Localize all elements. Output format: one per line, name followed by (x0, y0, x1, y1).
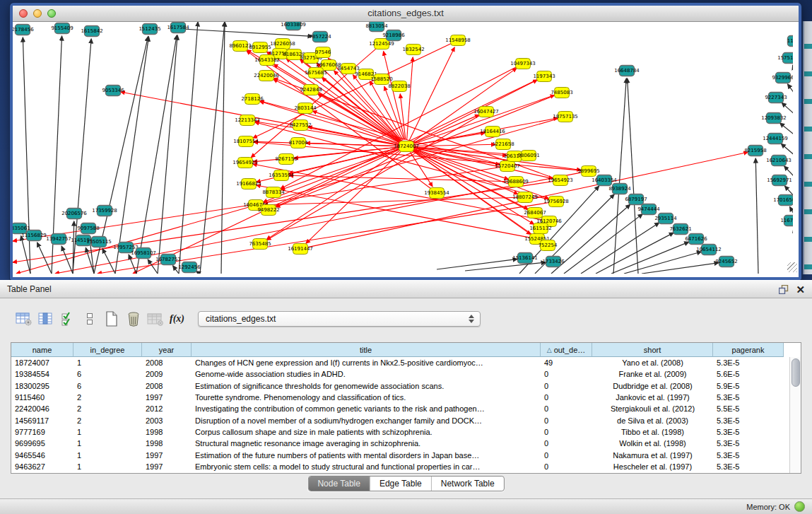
graph-node[interactable]: 18757135 (553, 112, 578, 122)
graph-node[interactable]: 12213343 (235, 115, 260, 126)
graph-node[interactable]: 15136141 (512, 253, 538, 264)
graph-node[interactable]: 10654112 (696, 245, 722, 255)
graph-node[interactable]: 2803144 (294, 103, 317, 114)
graph-node[interactable]: 16033809 (281, 22, 306, 30)
graph-edge[interactable] (581, 223, 659, 274)
row-options-button[interactable] (78, 310, 100, 328)
graph-node[interactable]: 2178456 (13, 25, 34, 35)
graph-node[interactable]: 19384554 (424, 188, 449, 199)
graph-edge[interactable] (613, 78, 626, 274)
zoom-window-button[interactable] (47, 9, 56, 18)
graph-node[interactable]: 16648784 (614, 66, 640, 76)
graph-node[interactable]: 7857224 (309, 32, 331, 42)
graph-node[interactable]: 9218986 (382, 30, 405, 41)
graph-edge[interactable] (102, 249, 115, 274)
graph-edge[interactable] (437, 259, 517, 269)
graph-node[interactable]: 15751074 (777, 53, 793, 64)
graph-node[interactable]: 8912955 (249, 42, 271, 53)
table-scrollbar-thumb[interactable] (792, 358, 800, 387)
graph-node[interactable]: 16191447 (288, 244, 313, 255)
graph-node[interactable]: 9053346 (102, 86, 124, 96)
graph-node[interactable]: 19654925 (233, 158, 258, 168)
graph-node[interactable]: 817004 (289, 138, 308, 148)
table-selector-dropdown[interactable]: citations_edges.txt (198, 311, 481, 327)
graph-node[interactable]: 752254 (539, 240, 558, 251)
table-row[interactable]: 969969511998Structural magnetic resonanc… (11, 438, 801, 449)
table-mode-button[interactable] (13, 310, 35, 328)
graph-node[interactable]: 19756928 (543, 197, 569, 207)
column-header-short[interactable]: short (592, 343, 713, 357)
graph-node[interactable]: 1615842 (81, 26, 102, 37)
graph-node[interactable]: 17016504 (773, 195, 793, 206)
column-header-name[interactable]: name (11, 343, 73, 357)
graph-node[interactable]: 8938924 (608, 184, 631, 194)
graph-node[interactable]: 97546 (315, 47, 331, 58)
show-columns-button[interactable] (35, 310, 57, 328)
column-header-title[interactable]: title (192, 343, 541, 357)
graph-node[interactable]: 15720407 (495, 161, 520, 172)
float-panel-icon[interactable] (779, 285, 789, 294)
column-header-out_degree[interactable]: △out_de… (541, 343, 592, 357)
graph-node[interactable]: 1167535 (780, 216, 793, 226)
graph-node[interactable]: 19654923 (548, 175, 573, 186)
network-svg[interactable]: 1872400789601238912955182260589127503165… (13, 22, 793, 274)
graph-edge[interactable] (136, 35, 177, 274)
graph-edge[interactable] (253, 164, 542, 220)
graph-edge[interactable] (782, 103, 793, 116)
column-header-year[interactable]: year (142, 343, 192, 357)
close-panel-icon[interactable]: ✕ (796, 284, 805, 295)
graph-node[interactable]: 1733426 (542, 257, 565, 267)
graph-node[interactable]: 7635485 (249, 239, 271, 250)
table-row[interactable]: 946362711997Embryonic stem cells: a mode… (11, 461, 801, 472)
graph-node[interactable]: 9097588 (77, 223, 99, 234)
graph-node[interactable]: 1832542 (402, 45, 424, 55)
graph-edge[interactable] (306, 143, 399, 146)
graph-edge[interactable] (129, 255, 136, 274)
table-scrollbar[interactable] (789, 357, 801, 473)
new-column-button[interactable] (100, 310, 122, 328)
graph-node[interactable]: 6471626 (685, 234, 707, 245)
delete-column-button[interactable] (122, 310, 144, 328)
tab-node-table[interactable]: Node Table (308, 477, 370, 491)
table-row[interactable]: 1938455462009Genome-wide association stu… (11, 368, 801, 380)
graph-node[interactable]: 9329966 (772, 73, 793, 83)
graph-node[interactable]: 12093832 (761, 113, 787, 124)
table-row[interactable]: 2242004622012Investigating the contribut… (11, 403, 801, 414)
graph-edge[interactable] (755, 158, 758, 274)
graph-node[interactable]: 7485083 (551, 88, 572, 98)
graph-edge[interactable] (409, 47, 454, 140)
graph-node[interactable]: 1221658 (492, 139, 514, 150)
graph-node[interactable]: 8215958 (744, 146, 766, 156)
graph-edge[interactable] (221, 22, 225, 274)
graph-node[interactable]: 1617584 (167, 23, 189, 33)
graph-node[interactable]: 18107554 (233, 136, 259, 147)
graph-edge[interactable] (413, 95, 554, 144)
graph-node[interactable]: 11175 (787, 36, 793, 47)
table-row[interactable]: 977716911998Corpus callosum shape and si… (11, 426, 801, 438)
graph-edge[interactable] (642, 263, 719, 274)
table-row[interactable]: 1456911722003Disruption of a novel membe… (11, 414, 801, 426)
network-view-canvas[interactable]: 1872400789601238912955182260589127503165… (13, 22, 799, 274)
graph-edge[interactable] (787, 84, 793, 96)
graph-node[interactable]: 8822038 (388, 81, 410, 92)
graph-node[interactable]: 8813054 (365, 22, 388, 32)
delete-table-button[interactable] (144, 310, 166, 328)
graph-node[interactable]: 19166825 (236, 179, 261, 189)
graph-node[interactable]: 2718126 (241, 94, 264, 105)
table-row[interactable]: 911546021997Tourette syndrome. Phenomeno… (11, 392, 801, 403)
graph-node[interactable]: 16210643 (766, 156, 792, 166)
tab-network-table[interactable]: Network Table (431, 477, 504, 491)
resize-grip[interactable] (787, 262, 797, 272)
graph-node[interactable]: 18226058 (270, 39, 295, 49)
table-row[interactable]: 1830029562008Estimation of significance … (11, 380, 801, 392)
graph-node[interactable]: 9899695 (577, 166, 599, 177)
graph-node[interactable]: 17359928 (92, 206, 117, 216)
graph-node[interactable]: 20206576 (61, 209, 87, 219)
graph-node[interactable]: 9227343 (765, 93, 787, 103)
graph-edge[interactable] (264, 197, 518, 204)
graph-node[interactable]: 8267150 (275, 154, 297, 165)
graph-node[interactable]: 2935114 (654, 214, 677, 224)
select-columns-button[interactable] (57, 310, 78, 328)
graph-node[interactable]: 9245652 (715, 257, 737, 267)
graph-node[interactable]: 6879197 (625, 194, 647, 205)
